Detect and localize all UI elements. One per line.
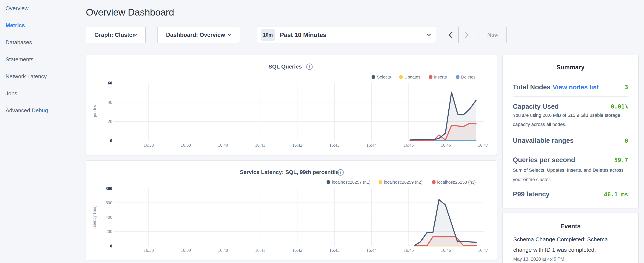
nav-overview[interactable]: Overview: [6, 6, 28, 11]
svg-text:Selects: Selects: [377, 75, 391, 79]
nav-advanced-debug[interactable]: Advanced Debug: [6, 108, 48, 113]
svg-text:16:46: 16:46: [441, 248, 451, 253]
time-step-buttons: [442, 27, 475, 43]
summary-panel: SummaryTotal NodesView nodes list3Capaci…: [502, 55, 639, 208]
svg-text:16:44: 16:44: [366, 248, 377, 253]
svg-text:16:45: 16:45: [404, 143, 414, 148]
svg-text:16:38: 16:38: [144, 143, 154, 148]
svg-text:16:38: 16:38: [144, 248, 154, 253]
svg-text:60: 60: [108, 80, 112, 86]
svg-text:0: 0: [110, 243, 112, 248]
svg-text:0: 0: [110, 138, 112, 143]
svg-text:queries: queries: [92, 105, 97, 119]
svg-text:16:47: 16:47: [478, 248, 488, 253]
svg-text:localhost:26259 (n2): localhost:26259 (n2): [384, 180, 422, 184]
service-latency-chart: 800600400200016:3816:3916:4016:4116:4216…: [86, 160, 497, 260]
svg-text:200: 200: [106, 229, 112, 234]
now-button[interactable]: Now: [478, 27, 507, 43]
svg-text:16:40: 16:40: [218, 248, 228, 253]
page-title: Overview Dashboard: [86, 8, 174, 17]
svg-text:40: 40: [108, 100, 112, 105]
svg-text:latency (ms): latency (ms): [92, 205, 97, 228]
overview-dashboard-page: OverviewMetricsDatabasesStatementsNetwor…: [0, 0, 644, 263]
nav-metrics[interactable]: Metrics: [6, 23, 25, 28]
svg-text:800: 800: [106, 186, 112, 191]
svg-text:400: 400: [106, 215, 112, 220]
nav-databases[interactable]: Databases: [6, 40, 32, 45]
events-panel: EventsSchema Change Completed: Schemacha…: [502, 212, 639, 263]
nav-network-latency[interactable]: Network Latency: [6, 74, 47, 79]
time-range-dropdown[interactable]: 10mPast 10 Minutes: [257, 27, 436, 43]
svg-text:Deletes: Deletes: [461, 75, 476, 79]
svg-text:16:39: 16:39: [181, 248, 191, 253]
time-forward[interactable]: [458, 27, 475, 43]
svg-text:16:39: 16:39: [181, 143, 191, 148]
nav-statements[interactable]: Statements: [6, 57, 34, 62]
svg-text:20: 20: [108, 119, 112, 124]
svg-text:Updates: Updates: [404, 75, 420, 79]
svg-text:16:41: 16:41: [255, 143, 265, 148]
svg-text:16:47: 16:47: [478, 143, 488, 148]
svg-text:16:41: 16:41: [255, 248, 265, 253]
nav-jobs[interactable]: Jobs: [6, 91, 17, 96]
dashboard-dropdown[interactable]: Dashboard: Overview: [157, 27, 240, 43]
svg-text:16:42: 16:42: [292, 248, 302, 253]
svg-text:16:44: 16:44: [366, 143, 377, 148]
time-back[interactable]: [442, 27, 458, 43]
events-title: Events: [502, 223, 638, 229]
svg-text:localhost:26257 (n1): localhost:26257 (n1): [332, 180, 370, 184]
svg-text:16:46: 16:46: [441, 143, 451, 148]
summary-title: Summary: [502, 64, 638, 70]
svg-text:Inserts: Inserts: [434, 75, 447, 79]
view-nodes-link[interactable]: View nodes list: [553, 84, 599, 90]
svg-text:16:43: 16:43: [329, 248, 340, 253]
graph-dropdown[interactable]: Graph: Cluster: [86, 27, 146, 43]
svg-text:16:43: 16:43: [329, 143, 340, 148]
svg-text:16:40: 16:40: [218, 143, 228, 148]
svg-text:16:42: 16:42: [292, 143, 302, 148]
svg-text:16:45: 16:45: [404, 248, 414, 253]
svg-text:localhost:26258 (n3): localhost:26258 (n3): [437, 180, 476, 184]
sql-queries-chart: 604020016:3816:3916:4016:4116:4216:4316:…: [86, 55, 497, 155]
svg-text:600: 600: [106, 200, 112, 205]
